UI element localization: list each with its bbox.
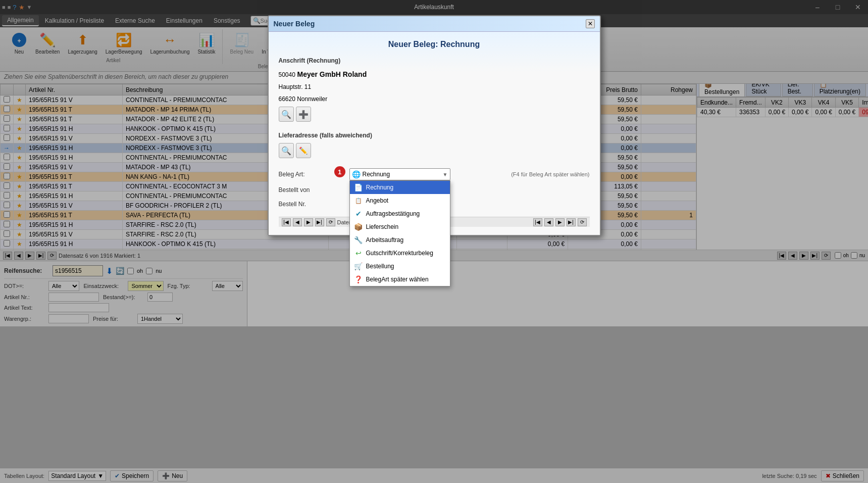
modal-nav-refresh2[interactable]: ⟳: [578, 218, 587, 226]
customer-company: Meyer GmbH Roland: [297, 70, 367, 78]
lieferaddr-edit-btn[interactable]: ✏️: [296, 143, 311, 158]
beleg-art-arrow-icon: ▼: [443, 172, 448, 177]
modal-close-button[interactable]: ✕: [586, 19, 595, 28]
dropdown-item-bestellung[interactable]: 🛒 Bestellung: [350, 260, 450, 273]
beleg-art-dropdown-menu: 📄 Rechnung 📋 Angebot ✔ Auftragsbestätigu…: [349, 180, 450, 286]
modal-nav-prev2[interactable]: ◀: [544, 218, 553, 226]
modal-dialog: Neuer Beleg ✕ Neuer Beleg: Rechnung Ansc…: [268, 15, 601, 236]
dropdown-item-auftragsbestaetigung[interactable]: ✔ Auftragsbestätigung: [350, 207, 450, 220]
beleg-art-value: Rechnung: [363, 171, 443, 178]
arbeitsauftrag-label: Arbeitsauftrag: [366, 236, 404, 244]
anschrift-label: Anschrift (Rechnung): [279, 57, 590, 64]
modal-title: Neuer Beleg: [274, 20, 315, 28]
address-box: 50040 Meyer GmbH Roland Hauptstr. 11 666…: [279, 68, 590, 105]
addr-buttons: 🔍 ➕: [279, 107, 590, 122]
modal-nav-last2[interactable]: ▶|: [567, 218, 576, 226]
modal-overlay: Neuer Beleg ✕ Neuer Beleg: Rechnung Ansc…: [0, 0, 868, 483]
lieferschein-label: Lieferschein: [366, 223, 399, 230]
lieferaddr-search-btn[interactable]: 🔍: [279, 143, 294, 158]
customer-street: Hauptstr. 11: [279, 83, 312, 90]
dropdown-item-beleg-spaeter[interactable]: ❓ BelegArt später wählen: [350, 273, 450, 286]
modal-nav-last[interactable]: ▶|: [315, 218, 324, 226]
dropdown-item-angebot[interactable]: 📋 Angebot: [350, 194, 450, 207]
arbeitsauftrag-icon: 🔧: [354, 235, 363, 245]
dropdown-item-arbeitsauftrag[interactable]: 🔧 Arbeitsauftrag: [350, 233, 450, 247]
rechnung-label: Rechnung: [366, 184, 394, 191]
beleg-spaeter-icon: ❓: [354, 275, 363, 284]
auftragsbestaetigung-icon: ✔: [354, 209, 363, 218]
angebot-icon: 📋: [354, 196, 363, 205]
modal-body: Neuer Beleg: Rechnung Anschrift (Rechnun…: [269, 32, 600, 235]
beleg-art-row: Beleg Art: 🌐 Rechnung ▼ 1 📄: [279, 168, 590, 180]
modal-nav-first[interactable]: |◀: [282, 218, 291, 226]
badge-1: 1: [334, 166, 345, 177]
beleg-art-dropdown[interactable]: 🌐 Rechnung ▼: [349, 168, 450, 180]
modal-subtitle: Neuer Beleg: Rechnung: [279, 40, 590, 49]
dropdown-item-gutschrift[interactable]: ↩ Gutschrift/Korrekturbeleg: [350, 247, 450, 260]
dropdown-item-lieferschein[interactable]: 📦 Lieferschein: [350, 220, 450, 233]
modal-nav-first2[interactable]: |◀: [533, 218, 542, 226]
bestellt-von-label: Bestellt von: [279, 186, 349, 194]
gutschrift-icon: ↩: [354, 249, 363, 258]
lieferadresse-label: Lieferadresse (falls abweichend): [279, 132, 590, 139]
modal-header: Neuer Beleg ✕: [269, 16, 600, 32]
bestell-nr-label: Bestell Nr.: [279, 201, 349, 208]
modal-nav-prev[interactable]: ◀: [293, 218, 302, 226]
addr-add-btn[interactable]: ➕: [296, 107, 311, 122]
bestellung-label: Bestellung: [366, 263, 394, 270]
rechnung-icon: 📄: [354, 183, 363, 192]
customer-postcode: 50040: [279, 71, 295, 78]
modal-nav-next2[interactable]: ▶: [555, 218, 565, 226]
beleg-spaeter-label: BelegArt später wählen: [366, 276, 429, 283]
gutschrift-label: Gutschrift/Korrekturbeleg: [366, 250, 433, 257]
dropdown-item-rechnung[interactable]: 📄 Rechnung: [350, 181, 450, 194]
beleg-art-globe-icon: 🌐: [352, 170, 361, 178]
modal-nav-refresh[interactable]: ⟳: [326, 218, 335, 226]
auftragsbestaetigung-label: Auftragsbestätigung: [366, 210, 420, 217]
beleg-art-hint: (F4 für Beleg Art später wählen): [511, 171, 589, 177]
lieferaddr-buttons: 🔍 ✏️: [279, 143, 590, 158]
customer-city: 66620 Nonnweiler: [279, 95, 328, 103]
addr-search-btn[interactable]: 🔍: [279, 107, 294, 122]
lieferschein-icon: 📦: [354, 222, 363, 231]
angebot-label: Angebot: [366, 197, 389, 204]
modal-nav-next[interactable]: ▶: [304, 218, 313, 226]
beleg-art-field: 🌐 Rechnung ▼ 1 📄 Rechnung: [349, 168, 507, 180]
bestellung-icon: 🛒: [354, 262, 363, 271]
